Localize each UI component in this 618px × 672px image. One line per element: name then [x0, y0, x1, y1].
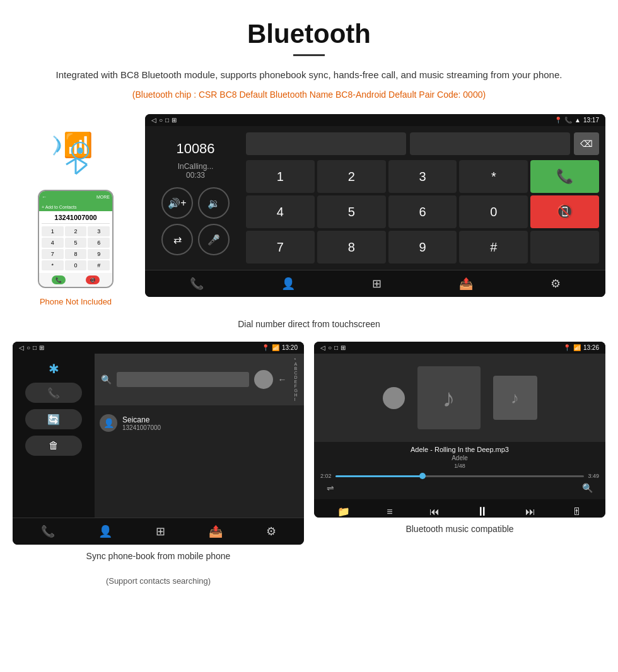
hangup-btn[interactable]: 📵 — [530, 195, 599, 228]
shuffle-icon[interactable]: ⇌ — [327, 483, 334, 493]
switch-icon: ⇄ — [173, 234, 182, 246]
music-menu-icon[interactable]: ⊞ — [341, 344, 346, 351]
dial-left-panel: 10086 InCalling... 00:33 🔊+ 🔉 ⇄ 🎤 — [151, 132, 240, 264]
key-1[interactable]: 1 — [42, 226, 64, 236]
volume-down-btn[interactable]: 🔉 — [198, 187, 230, 219]
nav-icons: ◁ ○ □ ⊞ — [151, 117, 177, 124]
num-key-5[interactable]: 5 — [317, 195, 386, 228]
next-track-icon[interactable]: ⏭ — [525, 506, 535, 518]
call-sidebar-btn[interactable]: 📞 — [25, 383, 82, 403]
key-2[interactable]: 2 — [65, 226, 87, 236]
num-key-6[interactable]: 6 — [388, 195, 457, 228]
key-3[interactable]: 3 — [88, 226, 110, 236]
pb-home-icon[interactable]: ○ — [26, 344, 30, 351]
delete-sidebar-btn[interactable]: 🗑 — [25, 436, 82, 456]
pb-nav-contacts-icon[interactable]: 👤 — [98, 524, 112, 538]
home-nav-icon[interactable]: ○ — [159, 117, 163, 124]
switch-btn[interactable]: ⇄ — [161, 224, 193, 255]
time-display: 13:17 — [583, 117, 599, 124]
playlist-icon[interactable]: ≡ — [387, 506, 392, 518]
dial-input-box2 — [410, 132, 570, 155]
progress-scrubber[interactable] — [419, 473, 426, 479]
nav-transfer-icon[interactable]: 📤 — [459, 277, 473, 291]
num-key-0[interactable]: 0 — [459, 195, 528, 228]
key-4[interactable]: 4 — [42, 238, 64, 248]
key-5[interactable]: 5 — [65, 238, 87, 248]
phone-add-contacts-bar: + Add to Contacts — [39, 202, 112, 211]
phone-signal-icon: 📞 — [564, 117, 572, 124]
wifi-icon: ▲ — [574, 117, 581, 124]
delete-btn[interactable]: ⌫ — [574, 132, 599, 155]
call-status: InCalling... — [178, 162, 214, 171]
recents-nav-icon[interactable]: □ — [165, 117, 169, 124]
num-key-8[interactable]: 8 — [317, 231, 386, 264]
eq-icon[interactable]: 🎚 — [572, 506, 582, 518]
music-note-side-icon: ♪ — [511, 388, 519, 408]
play-pause-icon[interactable]: ⏸ — [476, 504, 489, 518]
pb-nav-keypad-icon[interactable]: ⊞ — [156, 524, 165, 538]
num-key-star[interactable]: * — [459, 160, 528, 193]
dial-right-panel: ⌫ 1 2 3 * 📞 4 5 6 0 📵 7 8 9 # — [246, 132, 599, 264]
key-6[interactable]: 6 — [88, 238, 110, 248]
nav-phone-icon[interactable]: 📞 — [190, 277, 204, 291]
mic-btn[interactable]: 🎤 — [198, 224, 230, 255]
num-key-1[interactable]: 1 — [246, 160, 315, 193]
phonebook-sub-caption: (Support contacts searching) — [106, 576, 211, 586]
pb-status-right: 📍 📶 13:20 — [262, 344, 298, 351]
location-icon: 📍 — [554, 117, 562, 124]
pb-nav-transfer-icon[interactable]: 📤 — [209, 524, 223, 538]
num-key-7[interactable]: 7 — [246, 231, 315, 264]
time-total: 3:49 — [588, 473, 599, 479]
main-section: 📶 ⦿ ← MORE + Add to Contacts — [0, 114, 618, 306]
music-controls: 📁 ≡ ⏮ ⏸ ⏭ 🎚 — [314, 499, 605, 518]
phone-hangup-btn[interactable]: 📵 — [86, 275, 100, 284]
folder-icon[interactable]: 📁 — [337, 506, 350, 518]
search-music-icon[interactable]: 🔍 — [582, 483, 593, 493]
phone-call-btn[interactable]: 📞 — [52, 275, 66, 284]
volume-up-icon: 🔊 — [168, 197, 180, 209]
key-0[interactable]: 0 — [65, 260, 87, 270]
add-contacts-label: + Add to Contacts — [42, 205, 76, 209]
pb-recents-icon[interactable]: □ — [33, 344, 37, 351]
num-key-4[interactable]: 4 — [246, 195, 315, 228]
progress-container[interactable] — [335, 475, 585, 477]
music-home-icon[interactable]: ○ — [328, 344, 332, 351]
nav-settings-icon[interactable]: ⚙ — [551, 277, 561, 291]
music-back-icon[interactable]: ◁ — [320, 344, 325, 351]
pb-back-icon[interactable]: ◁ — [19, 344, 24, 351]
num-key-9[interactable]: 9 — [388, 231, 457, 264]
num-key-hash[interactable]: # — [459, 231, 528, 264]
contact-avatar: 👤 — [100, 414, 117, 432]
pb-nav-settings-icon[interactable]: ⚙ — [266, 524, 276, 538]
music-time: 13:26 — [583, 344, 599, 351]
sync-sidebar-btn[interactable]: 🔄 — [25, 409, 82, 429]
key-hash[interactable]: # — [88, 260, 110, 270]
pb-nav-phone-icon[interactable]: 📞 — [41, 524, 55, 538]
nav-keypad-icon[interactable]: ⊞ — [372, 277, 382, 291]
call-timer: 00:33 — [186, 171, 205, 180]
call-btn[interactable]: 📞 — [530, 160, 599, 193]
menu-nav-icon[interactable]: ⊞ — [172, 117, 177, 124]
key-7[interactable]: 7 — [42, 249, 64, 259]
contact-item[interactable]: 👤 Seicane 13241007000 — [100, 410, 299, 436]
pb-menu-icon[interactable]: ⊞ — [39, 344, 44, 351]
back-nav-icon[interactable]: ◁ — [151, 117, 156, 124]
key-star[interactable]: * — [42, 260, 64, 270]
key-8[interactable]: 8 — [65, 249, 87, 259]
num-key-2[interactable]: 2 — [317, 160, 386, 193]
nav-contacts-icon[interactable]: 👤 — [281, 277, 295, 291]
music-recents-icon[interactable]: □ — [334, 344, 338, 351]
pb-status-bar: ◁ ○ □ ⊞ 📍 📶 13:20 — [13, 342, 304, 354]
dial-status-bar: ◁ ○ □ ⊞ 📍 📞 ▲ 13:17 — [145, 114, 605, 126]
prev-track-icon[interactable]: ⏮ — [429, 506, 440, 518]
contact-list: 👤 Seicane 13241007000 — [95, 405, 304, 518]
bluetooth-icon-area: 📶 ⦿ — [50, 133, 101, 183]
volume-up-btn[interactable]: 🔊+ — [161, 187, 193, 219]
num-key-3[interactable]: 3 — [388, 160, 457, 193]
pb-back-arrow-icon[interactable]: ← — [278, 374, 287, 385]
key-9[interactable]: 9 — [88, 249, 110, 259]
search-input-area[interactable] — [117, 372, 249, 387]
phone-bottom-bar: 📞 📵 — [39, 273, 112, 287]
phonebook-screen: ◁ ○ □ ⊞ 📍 📶 13:20 ✱ 📞 🔄 🗑 — [13, 342, 304, 545]
pb-signal-icon: 📶 — [272, 344, 279, 351]
